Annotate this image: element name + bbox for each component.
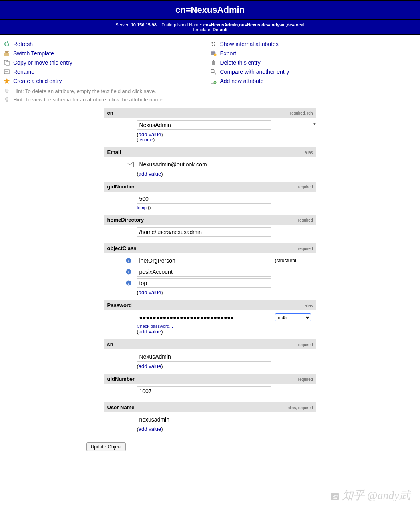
svg-rect-2 <box>6 61 9 65</box>
attr-name-link[interactable]: sn <box>107 341 113 347</box>
compare-icon <box>210 68 217 75</box>
attr-flags: alias, required <box>288 406 313 410</box>
attr-value-input[interactable] <box>137 415 271 424</box>
action-refresh: Refresh <box>3 39 210 48</box>
action-link[interactable]: Export <box>220 50 236 57</box>
action-link[interactable]: Show internal attributes <box>220 41 279 47</box>
attr-flags: required <box>298 185 313 189</box>
svg-point-18 <box>5 97 8 101</box>
attr-header-uidnumber: uidNumberrequired <box>104 374 316 384</box>
attr-name-link[interactable]: uidNumber <box>107 376 135 382</box>
attr-name-link[interactable]: objectClass <box>107 245 137 251</box>
action-link[interactable]: Rename <box>13 69 34 75</box>
star-icon <box>3 77 10 84</box>
add-value-link[interactable]: add value <box>139 329 161 335</box>
attr-body <box>104 225 316 243</box>
svg-line-13 <box>214 72 216 74</box>
add-value-link[interactable]: add value <box>139 426 161 432</box>
value-row: md5 <box>137 313 316 322</box>
info-icon: i <box>126 280 131 286</box>
attr-header-email: Emailalias <box>104 147 316 157</box>
attr-header-cn: cnrequired, rdn <box>104 108 316 118</box>
attr-name-link[interactable]: gidNumber <box>107 184 135 190</box>
sublink-line: temp () <box>137 205 316 210</box>
server-value: 10.156.15.98 <box>131 22 157 27</box>
attr-header-user-name: User Namealias, required <box>104 402 316 412</box>
action-link[interactable]: Create a child entry <box>13 78 62 84</box>
value-row: i(structural) <box>137 256 316 265</box>
svg-rect-19 <box>6 101 8 102</box>
attr-name-link[interactable]: homeDirectory <box>107 217 144 223</box>
info-icon: i <box>126 269 131 275</box>
attr-body: md5Check password...(add value) <box>104 310 316 339</box>
action-link[interactable]: Add new attribute <box>220 78 264 84</box>
value-row <box>137 194 316 204</box>
svg-text:i: i <box>128 281 129 285</box>
svg-point-16 <box>5 89 8 92</box>
action-link[interactable]: Delete this entry <box>220 59 261 66</box>
attr-name-link[interactable]: cn <box>107 110 113 116</box>
attr-body: temp () <box>104 192 316 215</box>
link-line: (add value) <box>137 329 316 335</box>
attr-value-input[interactable] <box>137 256 271 265</box>
actions-row: RefreshSwitch TemplateCopy or move this … <box>0 39 420 85</box>
value-row <box>137 160 316 169</box>
attr-header-sn: snrequired <box>104 339 316 349</box>
attr-flags: required <box>298 343 313 347</box>
add-value-link[interactable]: add value <box>139 289 161 295</box>
attr-value-input[interactable] <box>137 227 271 237</box>
info-icon: i <box>126 258 131 263</box>
attr-value-input[interactable] <box>137 120 271 130</box>
attr-value-input[interactable] <box>137 267 271 277</box>
attr-value-input[interactable] <box>137 278 271 288</box>
link-line: (add value) <box>137 289 316 295</box>
attr-flags: required, rdn <box>290 111 313 115</box>
link-line: (add value) <box>137 363 316 369</box>
attr-value-input[interactable] <box>137 160 271 169</box>
rename-link[interactable]: rename <box>138 137 153 142</box>
link-line: (add value) <box>137 131 316 137</box>
dn-value: cn=NexusAdmin,ou=Nexus,dc=andywu,dc=loca… <box>203 22 305 27</box>
attr-value-input[interactable] <box>137 386 271 396</box>
action-link[interactable]: Switch Template <box>13 50 54 57</box>
action-link[interactable]: Refresh <box>13 41 33 47</box>
hash-select[interactable]: md5 <box>275 313 311 321</box>
svg-point-6 <box>212 42 213 43</box>
update-object-button[interactable]: Update Object <box>86 442 126 451</box>
attributes-container: cnrequired, rdn*(add value)(rename)Email… <box>104 108 316 437</box>
action-rename: Rename <box>3 67 210 76</box>
attr-body: *(add value)(rename) <box>104 118 316 147</box>
add-value-link[interactable]: add value <box>139 171 161 177</box>
action-link[interactable]: Compare with another entry <box>220 69 289 75</box>
value-row: i <box>137 267 316 277</box>
attr-value-input[interactable] <box>137 313 271 322</box>
attr-body: i(structural)ii(add value) <box>104 253 316 300</box>
value-row: * <box>137 120 316 130</box>
sublink[interactable]: temp <box>137 205 147 210</box>
attr-value-input[interactable] <box>137 194 271 204</box>
add-value-link[interactable]: add value <box>139 363 161 369</box>
check-password-link[interactable]: Check password... <box>137 324 173 329</box>
attr-header-objectclass: objectClassrequired <box>104 243 316 253</box>
svg-rect-10 <box>211 61 215 61</box>
tools-icon <box>210 40 217 47</box>
attr-name-link[interactable]: User Name <box>107 404 135 410</box>
attr-name-link[interactable]: Password <box>107 302 132 308</box>
attr-value-input[interactable] <box>137 352 271 362</box>
template-value: Default <box>213 27 227 32</box>
attr-body <box>104 384 316 402</box>
hints: Hint: To delete an attribute, empty the … <box>0 85 420 108</box>
attr-name-link[interactable]: Email <box>107 149 121 155</box>
action-link[interactable]: Copy or move this entry <box>13 59 72 66</box>
action-compare-with-another-entry: Compare with another entry <box>210 67 417 76</box>
attr-flags: required <box>298 377 313 382</box>
add-value-link[interactable]: add value <box>139 131 161 137</box>
attr-flags: alias <box>305 303 313 308</box>
add-icon <box>210 77 217 84</box>
refresh-icon <box>3 40 10 47</box>
info-bar: Server: 10.156.15.98 Distinguished Name:… <box>0 20 420 35</box>
action-copy-or-move-this-entry: Copy or move this entry <box>3 58 210 67</box>
title-bar: cn=NexusAdmin <box>0 0 420 20</box>
action-delete-this-entry: Delete this entry <box>210 58 417 67</box>
action-show-internal-attributes: Show internal attributes <box>210 39 417 48</box>
